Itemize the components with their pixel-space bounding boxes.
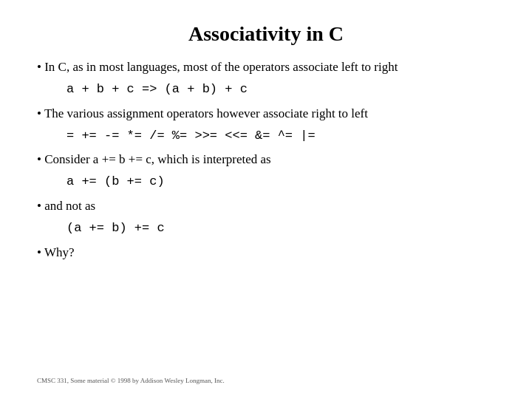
bullet-text-5: Why? xyxy=(37,245,495,262)
footer-text: CMSC 331, Some material © 1998 by Addiso… xyxy=(37,371,495,384)
slide-container: Associativity in C In C, as in most lang… xyxy=(0,0,532,399)
list-item: Consider a += b += c, which is interpret… xyxy=(37,151,495,191)
code-line-3: a += (b += c) xyxy=(66,173,495,191)
bullet-text-3: Consider a += b += c, which is interpret… xyxy=(37,151,495,168)
bullet-text-1: In C, as in most languages, most of the … xyxy=(37,59,495,76)
slide-title: Associativity in C xyxy=(37,22,495,46)
list-item: Why? xyxy=(37,245,495,262)
list-item: The various assignment operators however… xyxy=(37,106,495,145)
code-line-4: (a += b) += c xyxy=(66,219,495,237)
list-item: and not as (a += b) += c xyxy=(37,198,495,237)
bullet-text-4: and not as xyxy=(37,198,495,215)
code-line-1: a + b + c => (a + b) + c xyxy=(66,81,495,98)
bullet-text-2: The various assignment operators however… xyxy=(37,106,495,123)
code-line-2: = += -= *= /= %= >>= <<= &= ^= |= xyxy=(66,127,495,145)
bullet-list: In C, as in most languages, most of the … xyxy=(37,59,495,371)
list-item: In C, as in most languages, most of the … xyxy=(37,59,495,98)
